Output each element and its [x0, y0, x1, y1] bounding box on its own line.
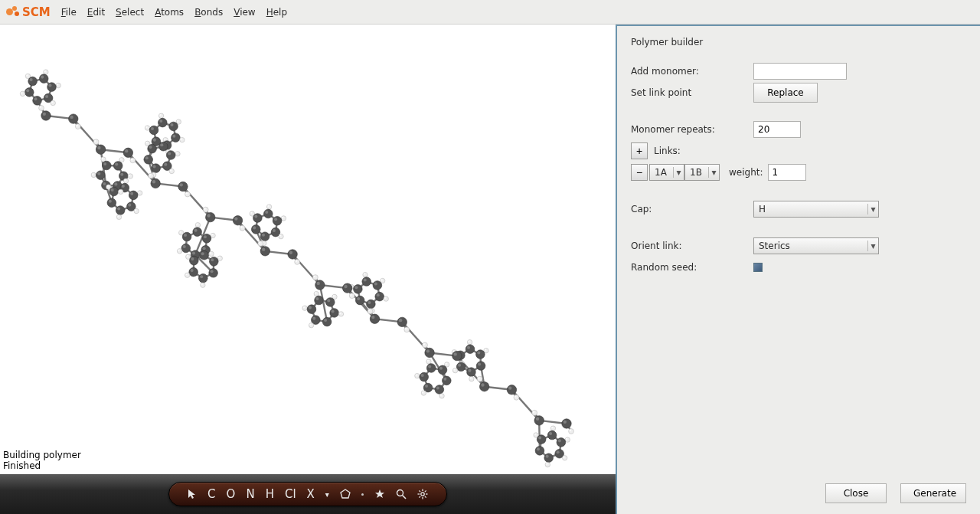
molecule-viewport[interactable]: Building polymer Finished — [0, 25, 616, 474]
svg-point-237 — [172, 133, 181, 142]
cap-label: Cap: — [631, 204, 753, 214]
svg-point-471 — [467, 340, 472, 345]
svg-point-555 — [544, 453, 554, 463]
svg-point-470 — [405, 328, 407, 329]
svg-point-320 — [109, 200, 112, 203]
svg-point-263 — [166, 151, 175, 160]
svg-point-535 — [562, 419, 571, 428]
structure-tool-icon[interactable] — [340, 489, 351, 499]
svg-point-256 — [97, 146, 100, 149]
svg-point-315 — [185, 192, 191, 197]
weight-label: weight: — [729, 167, 763, 178]
add-link-button[interactable]: + — [631, 142, 648, 159]
svg-point-335 — [116, 214, 121, 219]
svg-point-374 — [183, 245, 186, 248]
search-tool-icon[interactable] — [396, 489, 407, 499]
separator-icon — [361, 493, 364, 496]
svg-point-512 — [470, 377, 472, 378]
remove-link-button[interactable]: − — [631, 164, 648, 181]
weight-input[interactable] — [768, 164, 806, 181]
add-monomer-input[interactable] — [753, 63, 847, 80]
element-o[interactable]: O — [227, 487, 236, 501]
svg-point-234 — [145, 126, 147, 128]
svg-point-425 — [342, 283, 351, 293]
svg-point-272 — [131, 159, 132, 160]
svg-point-220 — [43, 113, 46, 116]
svg-point-473 — [423, 342, 428, 348]
svg-point-433 — [375, 292, 384, 301]
chevron-down-icon: ▾ — [673, 167, 684, 178]
close-button[interactable]: Close — [825, 483, 887, 503]
menu-file[interactable]: File — [61, 7, 77, 18]
random-seed-checkbox[interactable] — [753, 263, 763, 272]
svg-point-508 — [416, 374, 417, 375]
svg-line-3 — [74, 119, 101, 149]
link-a-select[interactable]: 1A▾ — [649, 164, 684, 181]
svg-point-205 — [47, 83, 57, 92]
element-n[interactable]: N — [246, 487, 254, 501]
svg-point-351 — [251, 225, 260, 234]
svg-point-537 — [550, 426, 555, 431]
cap-select[interactable]: H▾ — [753, 201, 879, 218]
svg-point-216 — [51, 101, 53, 103]
status-line-2: Finished — [3, 460, 81, 471]
menu-help[interactable]: Help — [266, 7, 287, 18]
orient-link-select[interactable]: Sterics▾ — [753, 237, 879, 254]
svg-point-426 — [344, 285, 347, 288]
svg-point-405 — [363, 272, 368, 277]
repeats-label: Monomer repeats: — [631, 124, 753, 135]
star-tool-icon[interactable] — [374, 489, 385, 499]
svg-point-436 — [333, 295, 335, 296]
svg-point-210 — [21, 92, 22, 93]
svg-point-511 — [469, 376, 474, 381]
svg-point-445 — [367, 300, 376, 309]
menu-atoms[interactable]: Atoms — [155, 7, 184, 18]
menu-select[interactable]: Select — [116, 7, 144, 18]
svg-point-367 — [202, 234, 211, 243]
chevron-down-icon: ▾ — [867, 241, 878, 251]
svg-point-353 — [193, 228, 202, 237]
svg-point-411 — [198, 273, 207, 283]
svg-point-366 — [184, 234, 187, 237]
svg-point-224 — [70, 116, 73, 119]
svg-point-520 — [425, 385, 428, 388]
element-x[interactable]: X — [307, 487, 315, 501]
element-h[interactable]: H — [266, 487, 274, 501]
svg-point-203 — [56, 83, 60, 87]
svg-point-266 — [102, 158, 103, 159]
svg-point-495 — [476, 362, 485, 371]
generate-button[interactable]: Generate — [900, 483, 966, 503]
pointer-tool-icon[interactable] — [188, 489, 197, 499]
menu-view[interactable]: View — [234, 7, 255, 18]
svg-point-494 — [445, 363, 446, 365]
chevron-down-icon[interactable]: ▾ — [325, 490, 329, 499]
svg-line-11 — [183, 187, 211, 218]
replace-button[interactable]: Replace — [753, 83, 818, 103]
panel-title: Polymer builder — [631, 37, 966, 47]
settings-tool-icon[interactable] — [417, 489, 428, 499]
svg-point-281 — [169, 169, 174, 173]
svg-point-365 — [182, 232, 191, 241]
svg-point-546 — [538, 436, 541, 439]
svg-line-19 — [292, 254, 320, 285]
svg-point-560 — [546, 463, 547, 464]
repeats-input[interactable] — [753, 121, 801, 138]
svg-point-504 — [453, 368, 455, 370]
svg-point-306 — [107, 185, 109, 187]
svg-point-526 — [422, 391, 423, 393]
element-cl[interactable]: Cl — [285, 487, 296, 501]
svg-point-314 — [138, 192, 139, 193]
svg-point-505 — [467, 368, 476, 377]
svg-point-487 — [452, 351, 462, 360]
svg-point-476 — [467, 346, 470, 349]
svg-point-418 — [317, 282, 320, 285]
svg-point-437 — [384, 296, 388, 301]
svg-point-459 — [370, 314, 379, 323]
svg-point-438 — [384, 297, 386, 299]
svg-point-285 — [91, 172, 96, 177]
link-b-select[interactable]: 1B▾ — [684, 164, 720, 181]
menu-edit[interactable]: Edit — [87, 7, 105, 18]
menu-bonds[interactable]: Bonds — [194, 7, 223, 18]
element-c[interactable]: C — [207, 487, 215, 501]
svg-point-303 — [178, 182, 188, 191]
